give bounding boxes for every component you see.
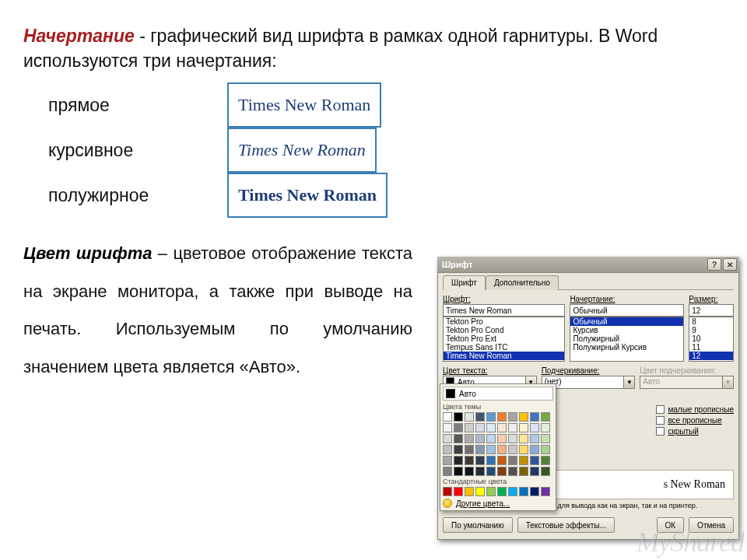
color-swatch[interactable] <box>508 423 517 432</box>
color-swatch[interactable] <box>519 423 528 432</box>
color-swatch[interactable] <box>508 434 517 443</box>
color-swatch[interactable] <box>486 423 496 432</box>
color-swatch[interactable] <box>519 487 528 496</box>
list-option[interactable]: 11 <box>689 343 733 352</box>
color-swatch[interactable] <box>465 412 474 422</box>
color-swatch[interactable] <box>541 445 550 454</box>
color-swatch[interactable] <box>541 412 550 422</box>
color-swatch[interactable] <box>497 423 507 432</box>
color-swatch[interactable] <box>475 467 485 476</box>
color-swatch[interactable] <box>497 467 507 476</box>
color-swatch[interactable] <box>497 434 507 443</box>
color-swatch[interactable] <box>454 445 463 454</box>
checkbox-hidden[interactable]: скрытый <box>656 427 734 436</box>
color-swatch[interactable] <box>508 456 517 465</box>
color-swatch[interactable] <box>541 487 550 496</box>
color-swatch[interactable] <box>541 467 550 476</box>
list-option[interactable]: Times New Roman <box>444 352 564 360</box>
color-swatch[interactable] <box>454 487 463 496</box>
color-swatch[interactable] <box>475 412 485 422</box>
color-swatch[interactable] <box>465 434 474 443</box>
color-swatch[interactable] <box>454 467 463 476</box>
list-option[interactable]: Tekton Pro Cond <box>444 326 564 334</box>
list-option[interactable]: 10 <box>689 334 733 343</box>
color-swatch[interactable] <box>497 487 507 496</box>
list-option[interactable]: Обычный <box>570 317 683 326</box>
size-listbox[interactable]: 8 9 10 11 12 <box>689 317 734 362</box>
color-swatch[interactable] <box>465 445 474 454</box>
color-swatch[interactable] <box>486 412 496 422</box>
color-swatch[interactable] <box>443 434 452 443</box>
color-swatch[interactable] <box>465 423 474 432</box>
color-swatch[interactable] <box>465 456 474 465</box>
color-auto[interactable]: Авто <box>443 387 553 401</box>
style-listbox[interactable]: Обычный Курсив Полужирный Полужирный Кур… <box>570 317 684 362</box>
color-swatch[interactable] <box>519 434 528 443</box>
list-option[interactable]: 8 <box>689 317 733 326</box>
size-input[interactable] <box>689 304 734 317</box>
color-swatch[interactable] <box>454 456 463 465</box>
color-swatch[interactable] <box>443 487 452 496</box>
color-swatch[interactable] <box>530 445 539 454</box>
color-swatch[interactable] <box>541 434 550 443</box>
color-swatch[interactable] <box>475 423 485 432</box>
color-swatch[interactable] <box>519 445 528 454</box>
color-swatch[interactable] <box>465 467 474 476</box>
color-swatch[interactable] <box>486 445 496 454</box>
list-option[interactable]: 12 <box>689 352 733 360</box>
color-swatch[interactable] <box>486 467 496 476</box>
style-input[interactable] <box>570 304 684 317</box>
color-swatch[interactable] <box>530 487 539 496</box>
color-swatch[interactable] <box>530 423 539 432</box>
color-swatch[interactable] <box>530 434 539 443</box>
list-option[interactable]: Полужирный <box>570 334 683 343</box>
list-option[interactable]: Tempus Sans ITC <box>444 343 564 352</box>
list-option[interactable]: Полужирный Курсив <box>570 343 683 352</box>
color-swatch[interactable] <box>519 456 528 465</box>
color-swatch[interactable] <box>443 467 452 476</box>
color-swatch[interactable] <box>508 445 517 454</box>
color-swatch[interactable] <box>519 467 528 476</box>
default-button[interactable]: По умолчанию <box>443 517 513 533</box>
color-swatch[interactable] <box>486 434 496 443</box>
color-swatch[interactable] <box>497 445 507 454</box>
checkbox-allcaps[interactable]: все прописные <box>656 416 734 425</box>
color-swatch[interactable] <box>443 412 452 422</box>
color-swatch[interactable] <box>508 487 517 496</box>
color-swatch[interactable] <box>443 445 452 454</box>
tab-advanced[interactable]: Дополнительно <box>486 275 559 290</box>
color-swatch[interactable] <box>475 445 485 454</box>
color-swatch[interactable] <box>454 434 463 443</box>
close-button[interactable]: ✕ <box>723 258 737 271</box>
cancel-button[interactable]: Отмена <box>689 517 734 533</box>
tab-font[interactable]: Шрифт <box>443 275 486 290</box>
font-input[interactable] <box>443 304 565 317</box>
list-option[interactable]: Курсив <box>570 326 683 334</box>
color-swatch[interactable] <box>541 423 550 432</box>
color-swatch[interactable] <box>530 467 539 476</box>
color-swatch[interactable] <box>475 487 485 496</box>
dropdown-icon[interactable]: ▼ <box>623 376 634 388</box>
list-option[interactable]: Tekton Pro <box>444 317 564 326</box>
checkbox-smallcaps[interactable]: малые прописные <box>656 405 734 414</box>
font-listbox[interactable]: Tekton Pro Tekton Pro Cond Tekton Pro Ex… <box>443 317 565 362</box>
color-swatch[interactable] <box>475 434 485 443</box>
color-swatch[interactable] <box>497 412 507 422</box>
color-swatch[interactable] <box>541 456 550 465</box>
text-effects-button[interactable]: Текстовые эффекты... <box>517 517 615 533</box>
color-swatch[interactable] <box>443 456 452 465</box>
list-option[interactable]: Tekton Pro Ext <box>444 334 564 343</box>
more-colors[interactable]: Другие цвета... <box>443 499 553 508</box>
color-swatch[interactable] <box>508 467 517 476</box>
color-swatch[interactable] <box>475 456 485 465</box>
color-swatch[interactable] <box>486 456 496 465</box>
color-swatch[interactable] <box>508 412 517 422</box>
list-option[interactable]: 9 <box>689 326 733 334</box>
help-button[interactable]: ? <box>707 258 721 271</box>
color-swatch[interactable] <box>454 412 463 422</box>
color-swatch[interactable] <box>454 423 463 432</box>
color-swatch[interactable] <box>465 487 474 496</box>
titlebar[interactable]: Шрифт ? ✕ <box>437 257 739 272</box>
color-swatch[interactable] <box>443 423 452 432</box>
color-swatch[interactable] <box>486 487 496 496</box>
